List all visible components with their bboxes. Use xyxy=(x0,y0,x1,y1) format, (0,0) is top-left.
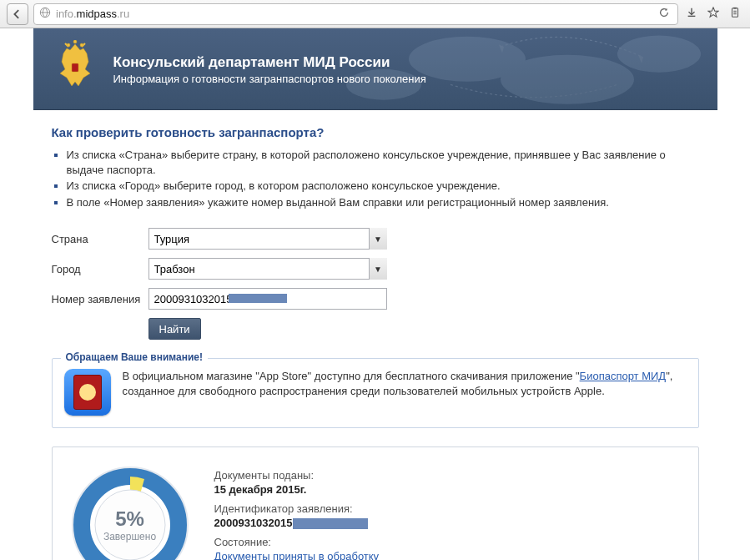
status-link[interactable]: Документы приняты в обработку xyxy=(214,550,380,560)
page-header: Консульский департамент МИД России Инфор… xyxy=(33,28,717,110)
notice-legend: Обращаем Ваше внимание! xyxy=(61,351,208,363)
svg-point-5 xyxy=(617,36,701,73)
section-title: Как проверить готовность загранпаспорта? xyxy=(52,125,699,139)
url-suffix: .ru xyxy=(117,8,129,20)
back-button[interactable] xyxy=(7,3,28,25)
docs-submitted-label: Документы поданы: xyxy=(214,469,380,482)
url-prefix: info. xyxy=(56,8,77,20)
submit-button[interactable]: Найти xyxy=(148,318,201,340)
app-id-label: Идентификатор заявления: xyxy=(214,502,380,515)
address-bar[interactable]: info.midpass.ru xyxy=(33,3,678,25)
header-title: Консульский департамент МИД России xyxy=(113,54,426,71)
city-label: Город xyxy=(52,263,148,275)
country-label: Страна xyxy=(52,233,148,245)
reload-icon[interactable] xyxy=(656,7,672,21)
download-icon[interactable] xyxy=(683,7,700,21)
bookmark-icon[interactable] xyxy=(705,7,722,21)
percent-label: Завершено xyxy=(103,531,156,542)
city-select[interactable]: Трабзон xyxy=(148,258,387,280)
redacted-block xyxy=(293,518,368,529)
status-label: Состояние: xyxy=(214,536,380,548)
clipboard-icon[interactable] xyxy=(727,7,743,21)
instruction-item: Из списка «Страна» выберите страну, в ко… xyxy=(67,148,699,177)
instructions-list: Из списка «Страна» выберите страну, в ко… xyxy=(52,148,699,209)
progress-donut: 5% Завершено xyxy=(68,462,193,560)
passport-icon xyxy=(73,375,102,410)
percent-value: 5% xyxy=(115,507,144,531)
app-icon xyxy=(64,369,111,416)
appnum-label: Номер заявления xyxy=(52,293,148,305)
redacted-block xyxy=(229,294,287,303)
svg-rect-2 xyxy=(733,8,737,9)
globe-icon xyxy=(39,7,51,21)
biopassport-link[interactable]: Биопаспорт МИД xyxy=(580,370,667,382)
app-id-value: 2000931032015 xyxy=(214,517,380,529)
browser-toolbar: info.midpass.ru xyxy=(0,0,750,28)
header-subtitle: Информация о готовности загранпаспортов … xyxy=(113,73,426,85)
docs-submitted-value: 15 декабря 2015г. xyxy=(214,483,380,496)
instruction-item: В поле «Номер заявления» укажите номер в… xyxy=(67,195,699,210)
url-host: midpass xyxy=(77,8,117,20)
instruction-item: Из списка «Город» выберите город, в кото… xyxy=(67,179,699,194)
notice-box: Обращаем Ваше внимание! В официальном ма… xyxy=(52,358,699,428)
notice-text: В официальном магазине "App Store" досту… xyxy=(123,369,687,399)
country-select[interactable]: Турция xyxy=(148,228,387,250)
result-box: 5% Завершено Документы поданы: 15 декабр… xyxy=(52,446,699,560)
